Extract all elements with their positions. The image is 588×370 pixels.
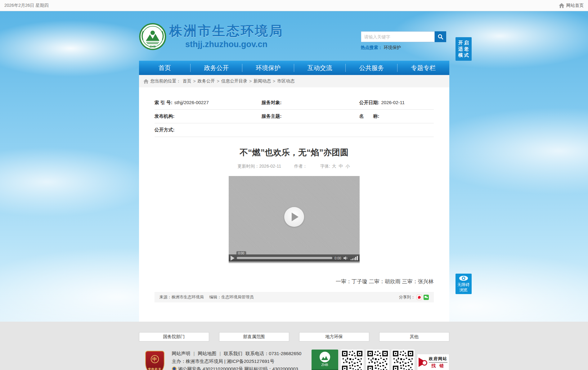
site-title: 株洲市生态环境局 xyxy=(169,24,284,38)
nav-item-special-topics[interactable]: 专题专栏 xyxy=(397,61,449,75)
group-others[interactable]: 其他 xyxy=(379,332,449,341)
svg-text:ZHB: ZHB xyxy=(150,45,156,48)
party-emblem-icon: 中 xyxy=(151,355,159,363)
current-date: 2026年2月26日 星期四 xyxy=(4,3,48,8)
breadcrumb: 您当前的位置： 首页 > 政务公开 > 信息公开目录 > 新闻动态 > 市区动态 xyxy=(139,75,449,87)
article-title: 不“燃”也欢乐，无“焰”亦团圆 xyxy=(155,147,434,158)
share-label: 分享到： xyxy=(399,294,415,300)
security-filing-line: 湘公网安备 43021102000082号 网站标识码：4302000003 xyxy=(178,365,298,370)
hot-search-label: 热点搜索： xyxy=(361,45,383,50)
update-time: 更新时间：2026-02-11 xyxy=(238,164,281,169)
meta-row: 索 引 号:sthjj/2026-00227 服务对象: 公开日期:2026-0… xyxy=(155,96,434,110)
video-seek-bar[interactable] xyxy=(237,257,333,259)
video-play-button[interactable] xyxy=(284,207,304,227)
mute-icon[interactable] xyxy=(343,256,348,260)
name-label: 名 称: xyxy=(359,113,379,119)
public-security-badge-icon xyxy=(172,367,177,370)
nav-item-gov-info[interactable]: 政务公开 xyxy=(191,61,242,75)
document-meta-table: 索 引 号:sthjj/2026-00227 服务对象: 公开日期:2026-0… xyxy=(155,96,434,137)
footer-text-block: 网站声明 | 网站地图 | 联系我们 联系电话：0731-28682650 主办… xyxy=(172,350,310,370)
share-wechat-icon[interactable] xyxy=(424,295,429,300)
index-number-value: sthjj/2026-00227 xyxy=(174,100,209,106)
contact-us-link[interactable]: 联系我们 xyxy=(224,350,242,357)
video-control-bar: 0:00 xyxy=(229,254,360,262)
breadcrumb-prefix: 您当前的位置： xyxy=(150,78,181,84)
nav-item-public-service[interactable]: 公共服务 xyxy=(346,61,397,75)
publicity-method-label: 公开方式: xyxy=(155,127,175,133)
eye-icon xyxy=(459,275,468,281)
qr-code-1 xyxy=(341,350,364,370)
site-header: ZHB 株洲市生态环境局 sthjj.zhuzhou.gov.cn xyxy=(139,11,449,61)
nav-item-interaction[interactable]: 互动交流 xyxy=(294,61,346,75)
top-utility-bar: 2026年2月26日 星期四 网站首页 xyxy=(0,0,588,11)
breadcrumb-item-gov-info[interactable]: 政务公开 xyxy=(198,78,215,84)
video-player[interactable]: 0:00 0:00 xyxy=(229,176,360,263)
review-line: 一审：丁子璇 二审：胡欣雨 三审：张兴林 xyxy=(155,278,434,285)
footer-link-groups: 国务院部门 部直属范围 地方环保 其他 xyxy=(139,332,449,341)
breadcrumb-home-icon xyxy=(143,79,149,84)
contact-phone: 联系电话：0731-28682650 xyxy=(245,350,301,357)
font-size-medium[interactable]: 中 xyxy=(339,164,343,169)
publish-date-value: 2026-02-11 xyxy=(381,100,405,106)
main-navigation: 首页 政务公开 环境保护 互动交流 公共服务 专题专栏 xyxy=(139,61,449,75)
hot-search-term[interactable]: 环境保护 xyxy=(384,45,401,50)
index-number-label: 索 引 号: xyxy=(155,100,173,106)
site-home-link[interactable]: 网站首页 xyxy=(559,3,584,8)
share-weibo-icon[interactable] xyxy=(417,295,422,300)
mee-logo-link[interactable]: ZHB 生态环境部 xyxy=(312,350,338,370)
issuing-agency-label: 发布机构: xyxy=(155,113,175,119)
font-size-large[interactable]: 大 xyxy=(332,164,336,169)
bureau-logo-icon: ZHB xyxy=(139,23,166,50)
elderly-mode-button[interactable]: 开 启 适 老 模 式 xyxy=(456,37,472,61)
breadcrumb-item-news[interactable]: 新闻动态 xyxy=(254,78,271,84)
sitemap-link[interactable]: 网站地图 xyxy=(198,350,216,357)
qr-code-2 xyxy=(366,350,389,370)
video-bar-play-icon[interactable] xyxy=(231,256,235,261)
page-footer: 国务院部门 部直属范围 地方环保 其他 中 党政机关 网站声明 | 网站地图 |… xyxy=(0,322,588,370)
service-target-label: 服务对象: xyxy=(262,100,282,106)
font-size-label: 字体: xyxy=(320,164,330,169)
home-icon xyxy=(559,3,564,8)
error-report-icon xyxy=(419,358,427,367)
article-editor: 编辑：生态环境局管理员 xyxy=(209,295,254,299)
search-area: 热点搜索： 环境保护 xyxy=(361,31,449,51)
source-bar: 来源：株洲市生态环境局 编辑：生态环境局管理员 分享到： xyxy=(155,292,434,302)
search-icon xyxy=(438,34,443,40)
site-home-label: 网站首页 xyxy=(566,3,584,8)
host-line: 主办：株洲市生态环境局 | 湘ICP备2025127691号 xyxy=(172,357,310,365)
sky-background: ZHB 株洲市生态环境局 sthjj.zhuzhou.gov.cn xyxy=(0,11,588,322)
volume-control[interactable] xyxy=(351,256,358,260)
breadcrumb-item-district-news[interactable]: 市区动态 xyxy=(277,78,294,84)
article-source: 来源：株洲市生态环境局 xyxy=(159,295,204,299)
site-statement-link[interactable]: 网站声明 xyxy=(172,350,191,357)
article-content: 索 引 号:sthjj/2026-00227 服务对象: 公开日期:2026-0… xyxy=(139,87,449,322)
qr-code-3 xyxy=(392,350,415,370)
breadcrumb-item-catalog[interactable]: 信息公开目录 xyxy=(221,78,247,84)
group-state-council[interactable]: 国务院部门 xyxy=(139,332,209,341)
party-government-badge: 中 党政机关 xyxy=(145,351,164,370)
nav-item-environment[interactable]: 环境保护 xyxy=(242,61,294,75)
publish-date-label: 公开日期: xyxy=(359,100,379,106)
search-input[interactable] xyxy=(361,31,435,42)
group-local-environment[interactable]: 地方环保 xyxy=(299,332,369,341)
video-duration: 0:00 xyxy=(334,256,341,260)
search-button[interactable] xyxy=(435,31,446,42)
meta-row: 公开方式: xyxy=(155,123,434,137)
mee-emblem-icon xyxy=(320,352,330,362)
group-ministry-affiliates[interactable]: 部直属范围 xyxy=(219,332,289,341)
site-domain: sthjj.zhuzhou.gov.cn xyxy=(169,40,284,49)
nav-item-home[interactable]: 首页 xyxy=(139,61,191,75)
author-label: 作者： xyxy=(294,164,307,169)
meta-row: 发布机构: 服务主题: 名 称: xyxy=(155,110,434,123)
accessibility-browse-button[interactable]: 无障碍 浏览 xyxy=(456,274,472,294)
article-meta-line: 更新时间：2026-02-11 作者： 字体: 大 中 小 xyxy=(155,164,434,169)
service-topic-label: 服务主题: xyxy=(262,113,282,119)
font-size-small[interactable]: 小 xyxy=(345,164,350,169)
gov-site-error-report-button[interactable]: 政府网站 找 错 xyxy=(417,354,449,370)
breadcrumb-item-home[interactable]: 首页 xyxy=(183,78,191,84)
